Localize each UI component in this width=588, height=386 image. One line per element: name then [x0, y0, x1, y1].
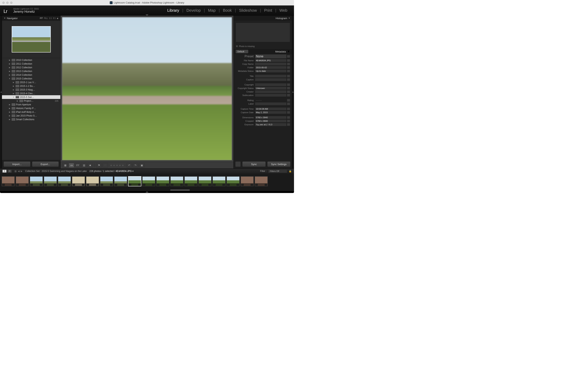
filmstrip-thumbnail[interactable]	[198, 176, 212, 186]
sync-button[interactable]: Sync	[242, 161, 266, 167]
metadata-value[interactable]	[255, 94, 286, 97]
filmstrip-thumbnail[interactable]	[86, 176, 99, 186]
filmstrip-thumbnail[interactable]	[16, 176, 29, 186]
metadata-value[interactable]: Up to date	[255, 70, 286, 72]
collection-item[interactable]: ▶2015-4 Clev…	[2, 92, 60, 95]
zoom-fill[interactable]: FILL	[44, 17, 48, 19]
collection-item[interactable]: ▶iPad stuff likely d…	[2, 110, 60, 114]
flag-reject-button[interactable]: ⚐	[103, 163, 108, 168]
disclosure-arrow-icon[interactable]: ▶	[8, 70, 11, 72]
metadata-action-icon[interactable]	[287, 75, 290, 78]
scrollbar-handle[interactable]	[170, 189, 190, 191]
metadata-action-icon[interactable]	[287, 78, 290, 81]
primary-display-button[interactable]: 1	[2, 170, 7, 173]
metadata-panel-header[interactable]: Default Metadata ▼	[234, 49, 292, 54]
filmstrip-thumbnail[interactable]	[184, 176, 198, 186]
metadata-action-icon[interactable]	[287, 66, 290, 69]
disclosure-arrow-icon[interactable]: ▶	[8, 115, 11, 117]
right-panel-edge[interactable]: ▶	[292, 16, 294, 168]
flag-pick-button[interactable]: ⚑	[96, 163, 102, 168]
disclosure-arrow-icon[interactable]: ▶	[12, 81, 15, 83]
zoom-menu-icon[interactable]: ◆	[57, 17, 58, 19]
collection-item[interactable]: ▶2011 Collection	[2, 62, 60, 66]
disclosure-arrow-icon[interactable]: ▶	[8, 119, 11, 121]
zoom-fit[interactable]: FIT	[40, 17, 43, 19]
metadata-value[interactable]	[255, 90, 286, 93]
collection-item[interactable]: ▶2014 Collection	[2, 73, 60, 77]
filmstrip-scrollbar[interactable]	[0, 189, 294, 191]
metadata-action-icon[interactable]	[287, 102, 290, 105]
filmstrip-thumbnail[interactable]	[142, 176, 155, 186]
navigator-thumbnail[interactable]	[12, 26, 51, 53]
histogram-panel-header[interactable]: Histogram ▼	[234, 16, 292, 21]
minimize-window-button[interactable]	[6, 1, 9, 4]
collection-item[interactable]: ▶2010 Collection	[2, 58, 60, 62]
filmstrip-thumbnail[interactable]	[72, 176, 85, 186]
filmstrip-thumbnail[interactable]	[254, 176, 268, 186]
metadata-value[interactable]: 10:04:38 AM	[255, 107, 286, 110]
collection-item[interactable]: ▶Smart Collections	[2, 118, 60, 121]
next-photo-button[interactable]: ▶	[21, 170, 22, 173]
disclosure-arrow-icon[interactable]: ▶	[12, 93, 15, 94]
filmstrip-thumbnail[interactable]	[170, 176, 184, 186]
filter-lock-icon[interactable]: 🔒	[289, 170, 292, 173]
collection-item[interactable]: ▶2015-3 Niag…	[2, 88, 60, 92]
metadata-action-icon[interactable]	[287, 99, 290, 102]
collection-item[interactable]: ▶2013 Collection	[2, 69, 60, 73]
filmstrip-thumbnail[interactable]	[114, 176, 127, 186]
metadata-value[interactable]: 4E4A9934.JPG	[255, 59, 286, 62]
metadata-value[interactable]	[255, 102, 286, 105]
disclosure-arrow-icon[interactable]: ▶	[8, 63, 11, 65]
zoom-3to1[interactable]: 3:1	[53, 17, 56, 19]
face-region-button[interactable]: ▣	[139, 163, 145, 168]
disclosure-arrow-icon[interactable]: ▶	[16, 100, 19, 102]
module-library[interactable]: Library	[164, 8, 182, 13]
collapse-filmstrip-icon[interactable]	[0, 191, 294, 193]
filmstrip-thumbnail[interactable]	[240, 176, 254, 186]
close-window-button[interactable]	[2, 1, 5, 4]
metadata-value[interactable]: ¹⁄₃₂₀ sec at ƒ / 6.3	[255, 123, 286, 126]
module-book[interactable]: Book	[220, 8, 235, 13]
metadata-value[interactable]: Unknown	[255, 87, 286, 90]
metadata-action-icon[interactable]	[287, 123, 290, 126]
left-panel-edge[interactable]: ◀	[0, 16, 2, 168]
rating-stars[interactable]: ★★★★★	[110, 164, 125, 167]
module-map[interactable]: Map	[205, 8, 219, 13]
disclosure-arrow-icon[interactable]: ▶	[8, 104, 11, 105]
image-canvas[interactable]	[62, 17, 232, 160]
filmstrip-thumbnail[interactable]	[227, 176, 240, 186]
collection-item[interactable]: ▶From Aperture	[2, 103, 60, 106]
metadata-action-icon[interactable]	[287, 111, 290, 114]
sync-settings-button[interactable]: Sync Settings	[267, 161, 291, 167]
preset-select[interactable]: None	[255, 54, 286, 58]
disclosure-arrow-icon[interactable]: ▶	[12, 85, 15, 87]
metadata-action-icon[interactable]	[287, 90, 290, 93]
metadata-value[interactable]: May 2, 2015	[255, 111, 286, 114]
rotate-cw-button[interactable]: ↷	[133, 163, 138, 168]
filename-menu-icon[interactable]: ▾	[132, 170, 133, 173]
filmstrip-thumbnail[interactable]	[100, 176, 113, 186]
filmstrip-thumbnail[interactable]	[212, 176, 226, 186]
rotate-ccw-button[interactable]: ↶	[126, 163, 132, 168]
breadcrumb-path[interactable]: Collection Set : 2015-5 Swimming and Nia…	[25, 170, 87, 173]
collection-item[interactable]: ▶Historic Family P…	[2, 106, 60, 110]
collapse-header-icon[interactable]	[146, 14, 148, 16]
filmstrip[interactable]	[0, 173, 294, 189]
navigator-panel-header[interactable]: ▼ Navigator FIT FILL 1:1 3:1 ◆	[2, 16, 60, 21]
metadata-mode-select[interactable]: Default	[236, 50, 248, 53]
collection-item[interactable]: ▶2012 Collection	[2, 66, 60, 69]
disclosure-arrow-icon[interactable]: ▶	[12, 89, 15, 91]
disclosure-arrow-icon[interactable]: ▼	[12, 96, 15, 98]
metadata-value[interactable]	[255, 83, 286, 86]
module-print[interactable]: Print	[261, 8, 275, 13]
metadata-action-icon[interactable]	[287, 94, 290, 97]
metadata-value[interactable]: 5760 x 3840	[255, 116, 286, 119]
metadata-action-icon[interactable]	[287, 120, 290, 122]
module-develop[interactable]: Develop	[183, 8, 204, 13]
filter-select[interactable]: Filters Off	[268, 169, 287, 173]
people-view-button[interactable]: ☻	[87, 163, 93, 168]
loupe-view-button[interactable]: ▭	[69, 163, 74, 168]
disclosure-arrow-icon[interactable]: ▶	[8, 74, 11, 76]
metadata-value[interactable]: 5760 x 3840	[255, 120, 286, 122]
metadata-value[interactable]	[255, 75, 286, 78]
